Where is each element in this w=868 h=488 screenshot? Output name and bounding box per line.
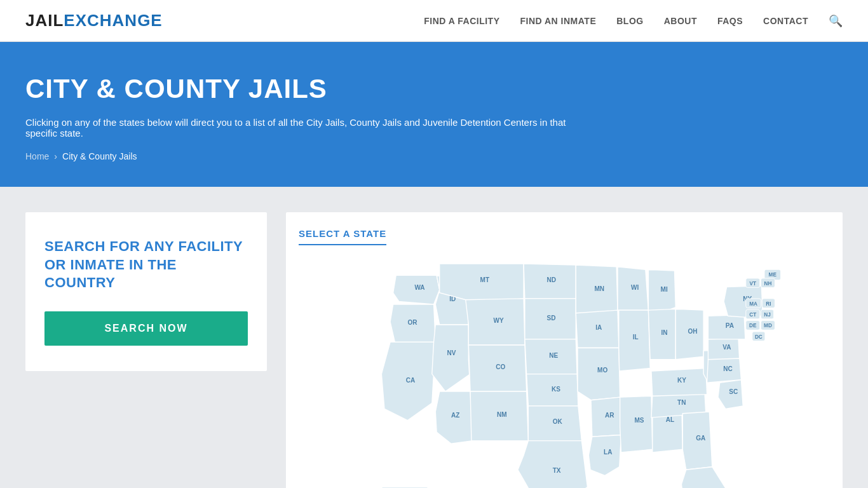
breadcrumb-separator: › [54, 151, 57, 161]
logo-part2: EXCHANGE [64, 11, 162, 30]
state-label-wy: WY [494, 317, 504, 324]
site-header: JAILEXCHANGE FIND A FACILITY FIND AN INM… [0, 0, 868, 42]
state-label-ms: MS [634, 417, 644, 424]
search-card-heading: SEARCH FOR ANY FACILITY OR INMATE IN THE… [44, 238, 248, 292]
state-label-tn: TN [677, 399, 686, 406]
map-container: WA OR CA ID NV AZ UT [299, 258, 830, 488]
state-label-wa: WA [414, 284, 424, 291]
breadcrumb-current: City & County Jails [62, 151, 137, 161]
state-label-al: AL [666, 416, 674, 423]
state-label-nm: NM [497, 411, 507, 418]
hero-description: Clicking on any of the states below will… [25, 117, 597, 139]
state-label-mt: MT [480, 276, 490, 283]
site-logo: JAILEXCHANGE [25, 11, 163, 30]
nav-faqs[interactable]: FAQs [717, 16, 743, 26]
main-nav: FIND A FACILITY FIND AN INMATE BLOG ABOU… [424, 14, 843, 28]
nav-find-inmate[interactable]: FIND AN INMATE [520, 16, 596, 26]
breadcrumb: Home › City & County Jails [25, 151, 843, 161]
state-label-de: DE [749, 323, 757, 329]
state-label-ca: CA [406, 377, 416, 384]
state-label-pa: PA [726, 322, 734, 329]
state-label-ks: KS [552, 386, 560, 393]
state-label-nc: NC [723, 365, 733, 372]
state-label-wi: WI [631, 284, 639, 291]
map-card: SELECT A STATE WA OR CA ID NV [286, 212, 843, 488]
state-label-ia: IA [595, 324, 602, 331]
state-label-ar: AR [605, 412, 614, 419]
map-heading: SELECT A STATE [299, 228, 386, 245]
state-label-ga: GA [696, 435, 705, 442]
state-label-ne: NE [549, 352, 558, 359]
hero-banner: CITY & COUNTY JAILS Clicking on any of t… [0, 42, 868, 187]
state-label-ok: OK [553, 418, 563, 425]
search-icon-button[interactable]: 🔍 [829, 14, 843, 28]
state-nv[interactable] [432, 325, 470, 391]
state-label-ri: RI [766, 301, 771, 307]
state-ms[interactable] [620, 396, 653, 452]
state-label-nh: NH [764, 281, 772, 287]
state-label-dc: DC [755, 334, 763, 340]
state-label-or: OR [407, 319, 417, 326]
nav-blog[interactable]: BLOG [616, 16, 643, 26]
state-label-az: AZ [451, 412, 459, 419]
state-label-nv: NV [447, 349, 456, 356]
state-mo[interactable] [578, 348, 620, 400]
state-label-sc: SC [729, 388, 738, 395]
state-label-nj: NJ [764, 312, 771, 318]
nav-contact[interactable]: CONTACT [763, 16, 808, 26]
state-label-va: VA [722, 344, 731, 351]
state-label-tx: TX [553, 467, 561, 474]
state-tx[interactable] [518, 441, 588, 488]
state-label-in: IN [661, 329, 667, 336]
nav-about[interactable]: ABOUT [664, 16, 697, 26]
state-label-mi: MI [661, 286, 668, 293]
state-label-vt: VT [749, 281, 756, 287]
state-label-la: LA [604, 449, 612, 456]
state-label-ma: MA [749, 301, 757, 307]
state-label-co: CO [496, 363, 505, 370]
state-label-il: IL [633, 334, 639, 341]
search-card: SEARCH FOR ANY FACILITY OR INMATE IN THE… [25, 212, 267, 371]
search-now-button[interactable]: SEARCH NOW [44, 311, 248, 346]
state-label-oh: OH [688, 328, 697, 335]
state-label-ky: KY [677, 377, 686, 384]
state-label-ct: CT [749, 312, 756, 318]
logo-part1: JAIL [25, 11, 64, 30]
state-label-md: MD [764, 323, 772, 329]
state-label-mo: MO [597, 367, 607, 374]
breadcrumb-home[interactable]: Home [25, 151, 49, 161]
state-il[interactable] [619, 310, 650, 371]
state-label-mn: MN [594, 285, 604, 292]
state-label-nd: ND [547, 276, 557, 283]
state-fl[interactable] [681, 467, 726, 488]
page-title: CITY & COUNTY JAILS [25, 74, 843, 104]
main-content: SEARCH FOR ANY FACILITY OR INMATE IN THE… [0, 187, 868, 488]
state-label-sd: SD [547, 315, 556, 322]
nav-find-facility[interactable]: FIND A FACILITY [424, 16, 499, 26]
us-map-svg: WA OR CA ID NV AZ UT [299, 258, 830, 488]
state-label-me: ME [769, 272, 777, 278]
